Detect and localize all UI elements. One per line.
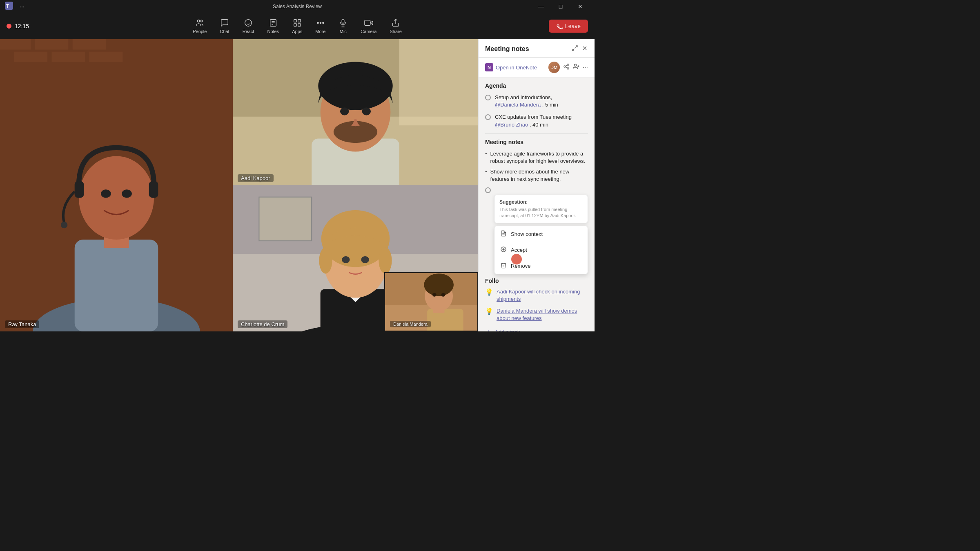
agenda-circle-2[interactable] <box>485 114 491 120</box>
svg-line-71 <box>575 46 577 48</box>
notes-icon <box>269 18 278 27</box>
daniela-name-label: Daniela Mandera <box>390 321 431 327</box>
svg-rect-25 <box>0 39 31 50</box>
lightbulb-icon-1: 💡 <box>485 288 493 296</box>
bullet-text-2: Show more demos about the new features i… <box>490 168 588 183</box>
suggestion-circle[interactable] <box>485 187 491 193</box>
show-context-icon <box>500 230 507 238</box>
svg-rect-30 <box>89 52 123 62</box>
notes-bar-right: DM ··· <box>548 62 588 73</box>
mic-button[interactable]: Mic <box>333 16 353 36</box>
svg-point-69 <box>432 293 437 297</box>
minimize-button[interactable]: — <box>532 0 550 13</box>
notes-panel-title: Meeting notes <box>485 45 529 53</box>
svg-line-79 <box>565 65 567 66</box>
apps-button[interactable]: Apps <box>286 16 308 36</box>
mic-icon <box>339 18 347 27</box>
svg-point-62 <box>361 256 369 263</box>
svg-point-68 <box>424 273 454 296</box>
suggestion-row <box>485 187 588 193</box>
svg-rect-18 <box>342 19 345 23</box>
svg-point-2 <box>198 20 200 22</box>
aadi-kapoor-video <box>233 39 478 185</box>
followup-text-2[interactable]: Daniela Mandera will show demos about ne… <box>497 307 588 322</box>
svg-point-70 <box>441 293 445 297</box>
followup-item-2: 💡 Daniela Mandera will show demos about … <box>485 307 588 322</box>
apps-label: Apps <box>292 29 302 34</box>
dots-menu[interactable]: ··· <box>16 2 28 11</box>
camera-icon <box>364 18 373 27</box>
svg-point-49 <box>340 107 349 115</box>
toolbar: 12:15 People Chat React Not <box>0 13 595 39</box>
daniela-small-video: Daniela Mandera <box>384 272 478 331</box>
svg-point-39 <box>122 189 132 198</box>
teams-logo-icon: T <box>5 2 13 12</box>
react-icon <box>244 18 253 27</box>
svg-point-60 <box>379 247 392 273</box>
people-button[interactable]: People <box>187 16 212 36</box>
plus-icon: ＋ <box>485 328 492 331</box>
recording-indicator <box>7 24 11 29</box>
svg-point-50 <box>362 107 371 115</box>
chat-button[interactable]: Chat <box>214 16 235 36</box>
svg-rect-22 <box>365 20 370 25</box>
camera-label: Camera <box>361 29 376 34</box>
close-panel-icon[interactable] <box>581 45 588 53</box>
agenda-mention-2[interactable]: @Bruno Zhao <box>495 122 528 128</box>
section-divider-1 <box>485 133 588 134</box>
chat-icon <box>220 18 229 27</box>
svg-rect-29 <box>51 52 85 62</box>
svg-point-37 <box>61 222 67 228</box>
agenda-text-1-main: Setup and introductions, <box>495 94 552 100</box>
notes-header-icons <box>572 45 588 53</box>
maximize-button[interactable]: □ <box>551 0 570 13</box>
ray-video-cell: Ray Tanaka <box>0 39 233 331</box>
suggestion-card: Suggestion: This task was pulled from me… <box>494 195 588 224</box>
svg-line-72 <box>572 49 575 51</box>
apps-icon <box>293 18 302 27</box>
accept-item[interactable]: Accept <box>494 242 588 258</box>
camera-button[interactable]: Camera <box>355 16 382 36</box>
react-button[interactable]: React <box>237 16 260 36</box>
more-notes-icon[interactable]: ··· <box>583 64 588 71</box>
show-context-label: Show context <box>511 231 543 237</box>
remove-item[interactable]: Remove <box>494 258 588 274</box>
show-context-item[interactable]: Show context <box>494 226 588 242</box>
onenote-bar: N Open in OneNote DM <box>479 58 595 78</box>
remove-label: Remove <box>511 263 530 269</box>
remove-trash-icon <box>500 262 507 270</box>
notes-label: Notes <box>267 29 279 34</box>
share-button[interactable]: Share <box>384 16 407 36</box>
leave-label: Leave <box>565 23 581 29</box>
followup-text-1[interactable]: Aadi Kapoor will check on incoming shipm… <box>497 288 588 303</box>
call-timer: 12:15 <box>15 23 29 29</box>
add-people-notes-icon[interactable] <box>573 63 579 71</box>
agenda-detail-1b: 5 min <box>545 102 558 108</box>
agenda-detail-2: , <box>530 122 532 128</box>
bullet-dot-1: • <box>485 151 487 157</box>
agenda-mention-1[interactable]: @Daniela Mandera <box>495 102 541 108</box>
expand-icon[interactable] <box>572 45 578 53</box>
followup-item-1: 💡 Aadi Kapoor will check on incoming shi… <box>485 288 588 303</box>
more-button[interactable]: More <box>310 16 331 36</box>
notes-button[interactable]: Notes <box>261 16 285 36</box>
svg-point-77 <box>567 68 569 69</box>
toolbar-left: 12:15 <box>7 23 29 29</box>
charlotte-video-cell: Daniela Mandera Charlotte de Crum <box>233 185 478 331</box>
charlotte-name-label: Charlotte de Crum <box>238 320 287 328</box>
agenda-circle-1[interactable] <box>485 95 491 100</box>
svg-rect-26 <box>35 39 69 50</box>
share-notes-icon[interactable] <box>563 63 570 71</box>
open-in-onenote-link[interactable]: N Open in OneNote <box>485 63 537 71</box>
add-task-button[interactable]: ＋ Add a task <box>485 326 588 331</box>
react-label: React <box>243 29 254 34</box>
ray-tanaka-video <box>0 39 233 331</box>
bullet-text-1: Leverage agile frameworks to provide a r… <box>490 150 588 165</box>
agenda-detail-1: , <box>542 102 545 108</box>
svg-rect-32 <box>75 240 158 331</box>
close-button[interactable]: ✕ <box>571 0 590 13</box>
leave-button[interactable]: Leave <box>549 20 588 33</box>
svg-rect-12 <box>298 19 301 22</box>
svg-point-15 <box>317 22 318 23</box>
svg-rect-28 <box>14 52 47 62</box>
